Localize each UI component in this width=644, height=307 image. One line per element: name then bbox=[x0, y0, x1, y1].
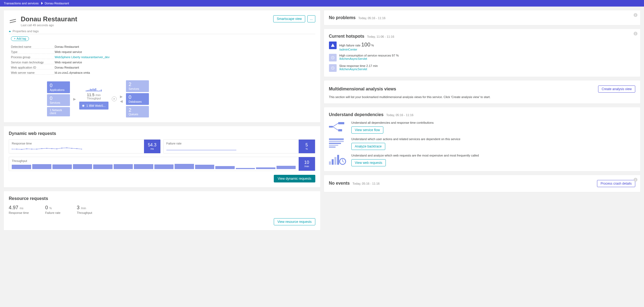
flow-box[interactable]: 2Services bbox=[126, 80, 149, 92]
flow-box[interactable]: 0Services bbox=[47, 94, 70, 106]
svg-point-8 bbox=[51, 148, 52, 149]
dependency-icon bbox=[329, 121, 346, 133]
flow-box[interactable]: 0Databases bbox=[126, 93, 149, 105]
svg-rect-30 bbox=[334, 157, 336, 165]
property-key: Process group bbox=[11, 55, 55, 59]
svg-rect-24 bbox=[329, 141, 344, 142]
property-row: Service main technologyWeb request servi… bbox=[11, 60, 315, 65]
property-row: Web server nameld-zo-zos1.dynatrace.vmta bbox=[11, 70, 315, 75]
dependency-action-button[interactable]: View web requests bbox=[351, 159, 386, 166]
dependency-icon bbox=[329, 154, 346, 166]
throughput-sparkbars bbox=[12, 163, 296, 169]
hotspot-link[interactable]: /kitchenAsyncServlet bbox=[339, 67, 378, 71]
info-icon[interactable]: i bbox=[634, 178, 637, 182]
svg-rect-25 bbox=[329, 143, 341, 144]
property-key: Web application ID bbox=[11, 66, 55, 69]
svg-point-14 bbox=[81, 149, 82, 150]
dependency-icon bbox=[329, 137, 346, 149]
flow-main-service[interactable]: ◉ 1 IBM WebS... bbox=[79, 102, 108, 110]
chevron-up-icon bbox=[9, 31, 11, 32]
create-analysis-view-button[interactable]: Create analysis view bbox=[598, 85, 635, 93]
dependency-text: Understand which user actions and relate… bbox=[351, 137, 460, 141]
flow-box[interactable]: 2Queues bbox=[126, 106, 149, 118]
throughput-sparkline bbox=[79, 88, 108, 91]
svg-point-4 bbox=[31, 149, 32, 150]
failure-rate-tile[interactable]: Failure rate 5% bbox=[163, 139, 315, 154]
property-value[interactable]: WebSphere Liberty restaurantserver_dev bbox=[55, 55, 110, 59]
section-description: This section will list your bookmarked m… bbox=[329, 95, 636, 99]
hotspot-item: High failure rate 100 %/adminCenter bbox=[329, 42, 636, 51]
hotspot-link[interactable]: /kitchenAsyncServlet bbox=[339, 57, 399, 60]
hotspot-text: High failure rate 100 % bbox=[339, 42, 374, 48]
dependency-action-button[interactable]: Analyze backtrace bbox=[351, 143, 385, 150]
breadcrumb-current[interactable]: Donau Restaurant bbox=[45, 2, 75, 5]
resource-metric: 3 /minThroughput bbox=[77, 205, 92, 214]
svg-rect-18 bbox=[329, 126, 333, 128]
section-title: Multidimensional analysis views bbox=[329, 87, 396, 91]
flow-arrow-right-icon: ▶ bbox=[120, 95, 123, 99]
dependency-text: Understand all dependencies and response… bbox=[351, 121, 434, 124]
add-tag-button[interactable]: + Add tag bbox=[11, 36, 29, 41]
service-overview-card: Donau Restaurant Last call 49 seconds ag… bbox=[4, 10, 320, 122]
svg-point-1 bbox=[16, 149, 17, 150]
flow-box[interactable]: 0Applications bbox=[47, 81, 70, 93]
last-call-subtitle: Last call 49 seconds ago bbox=[21, 23, 77, 27]
clock-icon bbox=[329, 54, 337, 61]
svg-point-5 bbox=[36, 149, 37, 150]
property-row: TypeWeb request service bbox=[11, 49, 315, 55]
section-title: Resource requests bbox=[9, 196, 315, 201]
page-title: Donau Restaurant bbox=[21, 15, 77, 23]
property-value: Web request service bbox=[55, 61, 82, 64]
smartscape-view-button[interactable]: Smartscape view bbox=[273, 15, 305, 22]
play-button[interactable] bbox=[112, 96, 117, 101]
view-resource-requests-button[interactable]: View resource requests bbox=[274, 218, 315, 225]
property-key: Detected name bbox=[11, 45, 55, 49]
breadcrumb-root[interactable]: Transactions and services bbox=[4, 2, 45, 5]
view-dynamic-requests-button[interactable]: View dynamic requests bbox=[274, 175, 315, 182]
hotspot-link[interactable]: /adminCenter bbox=[339, 48, 374, 51]
timestamp: Today, 05:16 - 11:16 bbox=[386, 113, 413, 117]
svg-rect-26 bbox=[329, 145, 338, 146]
warning-icon bbox=[329, 42, 337, 49]
clock-icon bbox=[329, 64, 337, 72]
plus-icon: + bbox=[14, 37, 16, 40]
service-icon bbox=[9, 17, 17, 25]
property-row: Web application IDDonau Restaurant bbox=[11, 65, 315, 70]
throughput-tile[interactable]: Throughput 10/min bbox=[9, 157, 315, 171]
svg-point-9 bbox=[56, 148, 57, 149]
svg-point-7 bbox=[46, 148, 47, 149]
dependencies-card: Understand dependencies Today, 05:16 - 1… bbox=[324, 107, 640, 171]
svg-point-0 bbox=[12, 149, 12, 150]
dependency-row: Understand all dependencies and response… bbox=[329, 121, 636, 134]
svg-rect-28 bbox=[329, 161, 331, 165]
svg-line-20 bbox=[333, 127, 338, 130]
dependency-text: Understand and analyze which web request… bbox=[351, 154, 479, 157]
hotspot-item: High consumption of service resources 97… bbox=[329, 54, 636, 61]
failure-rate-sparkline bbox=[166, 146, 237, 152]
property-key: Type bbox=[11, 50, 55, 54]
svg-line-19 bbox=[333, 123, 338, 127]
svg-rect-27 bbox=[329, 147, 336, 147]
dependency-row: Understand and analyze which web request… bbox=[329, 154, 636, 166]
svg-point-11 bbox=[66, 147, 67, 149]
svg-rect-29 bbox=[332, 159, 334, 165]
hotspot-item: Slow response time 2.17 min/kitchenAsync… bbox=[329, 64, 636, 72]
property-row: Process groupWebSphere Liberty restauran… bbox=[11, 55, 315, 60]
hotspot-text: Slow response time 2.17 min bbox=[339, 64, 378, 67]
flow-box[interactable]: 1 Network client bbox=[47, 107, 70, 116]
process-crash-details-button[interactable]: Process crash details bbox=[597, 180, 635, 187]
service-flow-diagram: 0Applications0Services1 Network client ▶… bbox=[9, 80, 315, 117]
flow-arrow-left-icon: ▶ bbox=[120, 99, 123, 103]
section-title: Current hotspots bbox=[329, 34, 364, 39]
response-time-tile[interactable]: Response time 54.3ms bbox=[9, 139, 161, 154]
properties-toggle[interactable]: Properties and tags bbox=[9, 29, 315, 34]
info-icon[interactable]: i bbox=[634, 13, 637, 17]
dependency-action-button[interactable]: View service flow bbox=[351, 126, 384, 134]
overflow-menu-button[interactable]: ... bbox=[307, 15, 315, 22]
property-value: Web request service bbox=[55, 50, 82, 54]
svg-point-2 bbox=[21, 149, 22, 150]
property-key: Service main technology bbox=[11, 61, 55, 64]
section-title: Dynamic web requests bbox=[9, 131, 315, 136]
events-card: i No events Today, 05:16 - 11:16 Process… bbox=[324, 175, 640, 192]
info-icon[interactable]: i bbox=[634, 32, 637, 36]
